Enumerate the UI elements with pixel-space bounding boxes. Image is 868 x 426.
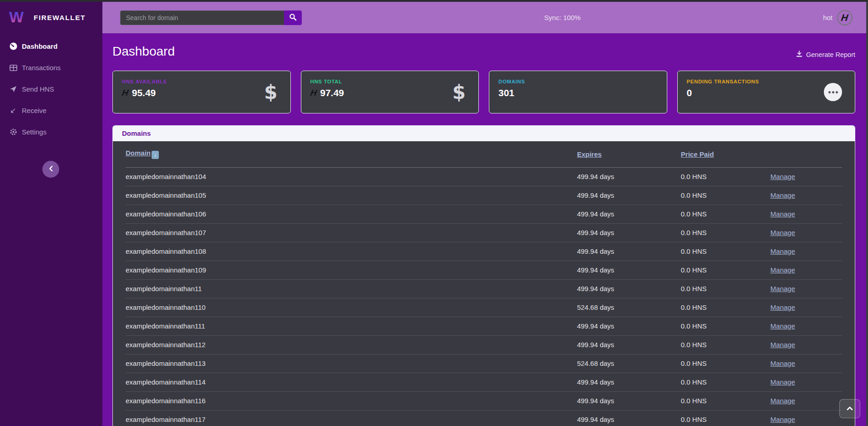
stat-value: 95.49	[132, 87, 156, 98]
manage-link[interactable]: Manage	[771, 303, 795, 311]
price-cell: 0.0 HNS	[681, 335, 771, 354]
manage-link[interactable]: Manage	[771, 359, 795, 367]
wallet-name: hot	[823, 14, 832, 21]
handshake-h-icon: H	[121, 88, 129, 98]
sync-status: Sync: 100%	[544, 14, 581, 21]
expires-cell: 499.94 days	[577, 186, 681, 205]
search-button[interactable]	[284, 10, 302, 25]
search-input[interactable]	[120, 10, 284, 25]
table-row: exampledomainnathan113 524.68 days 0.0 H…	[126, 354, 842, 373]
expires-cell: 499.94 days	[577, 167, 681, 186]
table-row: exampledomainnathan117 499.94 days 0.0 H…	[126, 410, 842, 426]
table-row: exampledomainnathan104 499.94 days 0.0 H…	[126, 167, 842, 186]
manage-link[interactable]: Manage	[771, 229, 795, 236]
manage-link[interactable]: Manage	[771, 416, 795, 423]
dollar-icon: $	[264, 81, 277, 103]
domain-cell: exampledomainnathan108	[126, 242, 577, 261]
sidebar-item-receive[interactable]: ↙ Receive	[0, 100, 102, 121]
domain-cell: exampledomainnathan116	[126, 391, 577, 410]
stat-card-domains: DOMAINS 301	[489, 71, 667, 113]
gear-icon	[9, 128, 17, 136]
sidebar-collapse-button[interactable]	[42, 161, 59, 178]
sidebar-item-settings[interactable]: Settings	[0, 121, 102, 143]
table-icon	[9, 64, 17, 72]
stat-value: 0	[687, 87, 692, 98]
price-cell: 0.0 HNS	[681, 186, 771, 205]
sidebar-item-send-hns[interactable]: Send HNS	[0, 78, 102, 100]
domain-cell: exampledomainnathan104	[126, 167, 577, 186]
table-row: exampledomainnathan111 499.94 days 0.0 H…	[126, 317, 842, 335]
manage-link[interactable]: Manage	[771, 285, 795, 293]
handshake-h-icon: H	[310, 88, 318, 98]
expires-cell: 499.94 days	[577, 242, 681, 261]
sidebar-nav: Dashboard Transactions Send HNS ↙ Receiv…	[0, 36, 102, 143]
dollar-icon: $	[452, 81, 466, 103]
stat-label: HNS AVAILABLE	[122, 79, 281, 84]
stat-card-hns-total: HNS TOTAL H 97.49 $	[301, 71, 479, 113]
price-cell: 0.0 HNS	[681, 298, 771, 317]
sidebar-item-label: Send HNS	[22, 85, 54, 93]
sort-by-domain-link[interactable]: Domain	[126, 149, 151, 157]
manage-link[interactable]: Manage	[771, 191, 795, 199]
domain-cell: exampledomainnathan105	[126, 186, 577, 205]
stat-value: 97.49	[320, 87, 344, 98]
main-content: Dashboard Generate Report HNS AVAILABLE …	[102, 33, 868, 426]
page-title: Dashboard	[112, 44, 175, 59]
manage-link[interactable]: Manage	[771, 247, 795, 255]
scrollbar-track[interactable]	[866, 0, 868, 426]
handshake-logo-icon: H	[837, 10, 853, 26]
stat-label: DOMAINS	[498, 79, 658, 84]
domains-panel-title: Domains	[113, 126, 855, 141]
sidebar-item-dashboard[interactable]: Dashboard	[0, 36, 102, 57]
price-cell: 0.0 HNS	[681, 261, 771, 279]
price-cell: 0.0 HNS	[681, 391, 771, 410]
paper-plane-icon	[9, 86, 17, 92]
table-row: exampledomainnathan108 499.94 days 0.0 H…	[126, 242, 842, 261]
sort-by-price-link[interactable]: Price Paid	[681, 150, 714, 158]
expires-cell: 499.94 days	[577, 335, 681, 354]
sidebar: W FIREWALLET Dashboard Transactions Send…	[0, 0, 102, 426]
domain-cell: exampledomainnathan109	[126, 261, 577, 279]
manage-link[interactable]: Manage	[771, 397, 795, 405]
stat-value: 301	[498, 87, 514, 98]
table-row: exampledomainnathan109 499.94 days 0.0 H…	[126, 261, 842, 279]
domain-cell: exampledomainnathan111	[126, 317, 577, 335]
sidebar-item-label: Receive	[22, 107, 46, 114]
chevron-up-icon	[846, 405, 853, 412]
manage-link[interactable]: Manage	[771, 210, 795, 218]
sidebar-item-label: Settings	[22, 128, 46, 136]
domain-cell: exampledomainnathan117	[126, 410, 577, 426]
ellipsis-icon[interactable]	[824, 83, 842, 101]
domains-panel: Domains Domain↓ Expires Price Paid examp…	[112, 125, 855, 426]
price-cell: 0.0 HNS	[681, 410, 771, 426]
manage-link[interactable]: Manage	[771, 322, 795, 330]
manage-link[interactable]: Manage	[771, 173, 795, 180]
price-cell: 0.0 HNS	[681, 279, 771, 298]
wallet-selector[interactable]: hot H	[823, 10, 853, 26]
manage-link[interactable]: Manage	[771, 341, 795, 349]
expires-cell: 499.94 days	[577, 391, 681, 410]
stat-label: HNS TOTAL	[310, 79, 470, 84]
price-cell: 0.0 HNS	[681, 373, 771, 391]
table-row: exampledomainnathan114 499.94 days 0.0 H…	[126, 373, 842, 391]
arrow-down-left-icon: ↙	[9, 107, 17, 114]
price-cell: 0.0 HNS	[681, 205, 771, 223]
sort-descending-icon[interactable]: ↓	[152, 151, 159, 159]
domain-cell: exampledomainnathan114	[126, 373, 577, 391]
table-row: exampledomainnathan105 499.94 days 0.0 H…	[126, 186, 842, 205]
expires-cell: 499.94 days	[577, 223, 681, 242]
table-row: exampledomainnathan106 499.94 days 0.0 H…	[126, 205, 842, 223]
expires-cell: 499.94 days	[577, 261, 681, 279]
sidebar-item-transactions[interactable]: Transactions	[0, 57, 102, 78]
table-row: exampledomainnathan107 499.94 days 0.0 H…	[126, 223, 842, 242]
table-row: exampledomainnathan11 499.94 days 0.0 HN…	[126, 279, 842, 298]
chevron-left-icon	[48, 165, 54, 174]
sidebar-item-label: Transactions	[22, 64, 61, 72]
manage-link[interactable]: Manage	[771, 378, 795, 386]
generate-report-button[interactable]: Generate Report	[796, 51, 855, 59]
sort-by-expires-link[interactable]: Expires	[577, 150, 602, 158]
scroll-to-top-button[interactable]	[839, 399, 860, 418]
manage-link[interactable]: Manage	[771, 266, 795, 274]
brand[interactable]: W FIREWALLET	[0, 0, 102, 32]
gauge-icon	[9, 42, 17, 50]
